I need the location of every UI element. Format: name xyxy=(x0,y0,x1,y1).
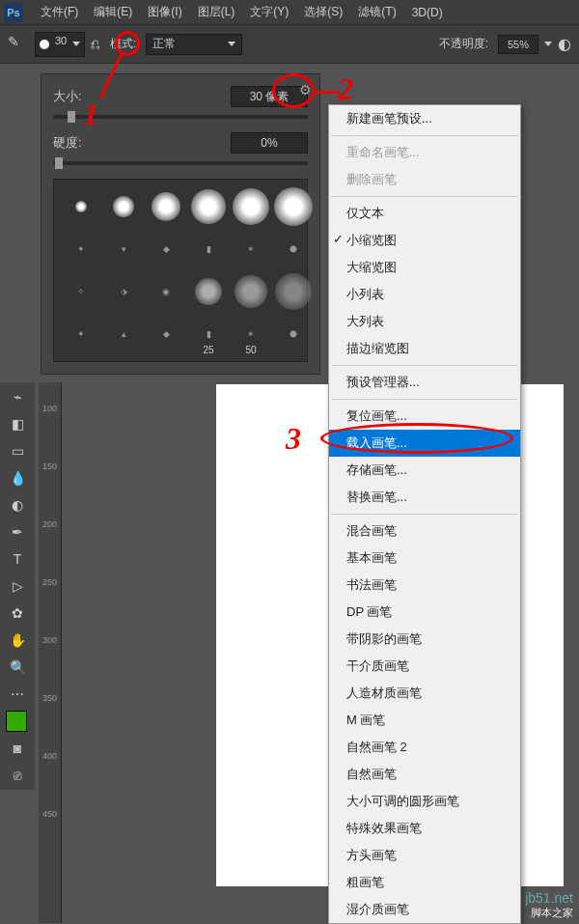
brush-size-value: 30 xyxy=(51,35,70,54)
menu-item[interactable]: 存储画笔... xyxy=(329,457,520,484)
brush-preset[interactable] xyxy=(232,272,270,311)
menu-item[interactable]: DP 画笔 xyxy=(329,599,520,626)
brush-preset[interactable]: ✦ xyxy=(62,315,100,353)
menu-item[interactable]: 自然画笔 xyxy=(329,761,520,788)
edit-toolbar-icon[interactable]: ⋯ xyxy=(3,682,32,707)
brush-preset[interactable]: ▮25 xyxy=(189,315,228,353)
brush-preset-panel: ⚙ 大小: 30 像素 硬度: 0% ✦ ▾ ◆ ▮ ✶ ⬣ ✧ ⬗ ◉ ✦ ▴… xyxy=(41,73,320,375)
menu-select[interactable]: 选择(S) xyxy=(296,0,350,24)
menu-item[interactable]: 复位画笔... xyxy=(329,403,520,430)
screen-mode-icon[interactable]: ⎚ xyxy=(3,763,32,788)
menu-type[interactable]: 文字(Y) xyxy=(242,0,296,24)
options-bar: ✎ 30 ⎌ 模式: 正常 不透明度: 55% ◐ xyxy=(0,25,579,64)
quick-mask-icon[interactable]: ◙ xyxy=(3,736,32,761)
watermark-text: 脚本之家 xyxy=(525,906,573,920)
opacity-value[interactable]: 55% xyxy=(498,35,538,54)
menu-item[interactable]: 大列表 xyxy=(329,308,520,335)
menu-separator xyxy=(331,135,518,136)
chevron-down-icon xyxy=(72,42,80,46)
menu-item[interactable]: 基本画笔 xyxy=(329,545,520,572)
brush-preset[interactable]: ⬣ xyxy=(274,230,313,268)
menu-item[interactable]: 小列表 xyxy=(329,281,520,308)
brush-preset[interactable]: ✶50 xyxy=(232,315,270,353)
menu-item[interactable]: 替换画笔... xyxy=(329,484,520,511)
pressure-opacity-icon[interactable]: ◐ xyxy=(558,35,571,53)
hand-tool-icon[interactable]: ✋ xyxy=(3,628,32,653)
brush-preset[interactable]: ◉ xyxy=(147,272,185,311)
menu-item[interactable]: 干介质画笔 xyxy=(329,653,520,680)
brush-preset[interactable] xyxy=(189,272,228,311)
brush-preset-picker[interactable]: 30 xyxy=(35,32,85,57)
brush-preset[interactable] xyxy=(147,187,185,226)
gear-icon[interactable]: ⚙ xyxy=(299,82,312,98)
ruler-tick: 400 xyxy=(39,749,61,761)
brush-preset[interactable] xyxy=(232,187,270,226)
shape-tool-icon[interactable]: ✿ xyxy=(3,601,32,626)
menu-file[interactable]: 文件(F) xyxy=(33,0,86,24)
brush-tool-icon[interactable]: ✎ xyxy=(8,34,29,55)
brush-preset[interactable]: ⬣ xyxy=(274,315,313,353)
menu-item[interactable]: 混合画笔 xyxy=(329,518,520,545)
brush-preset[interactable] xyxy=(104,187,143,226)
menu-image[interactable]: 图像(I) xyxy=(140,0,189,24)
chevron-down-icon[interactable] xyxy=(544,42,552,46)
gradient-tool-icon[interactable]: ▭ xyxy=(3,438,32,463)
brush-preset[interactable]: ▮ xyxy=(189,230,228,268)
brush-panel-icon[interactable]: ⎌ xyxy=(91,36,100,53)
menu-filter[interactable]: 滤镜(T) xyxy=(350,0,403,24)
brush-preset[interactable]: ⬗ xyxy=(104,272,143,311)
type-tool-icon[interactable]: T xyxy=(3,546,32,572)
menu-item[interactable]: 描边缩览图 xyxy=(329,335,520,362)
pen-tool-icon[interactable]: ✒ xyxy=(3,519,32,545)
menu-separator xyxy=(331,365,518,366)
menu-separator xyxy=(331,514,518,515)
brush-preset[interactable] xyxy=(274,272,313,311)
menu-item[interactable]: 自然画笔 2 xyxy=(329,734,520,761)
brush-preset[interactable]: ✦ xyxy=(62,230,100,268)
blend-mode-select[interactable]: 正常 xyxy=(146,34,242,55)
menu-item[interactable]: 粗画笔 xyxy=(329,869,520,896)
menu-item[interactable]: 新建画笔预设... xyxy=(329,105,520,132)
hardness-slider[interactable] xyxy=(53,161,308,165)
brush-preset[interactable] xyxy=(62,187,100,226)
menu-item[interactable]: 大小可调的圆形画笔 xyxy=(329,788,520,815)
menu-item[interactable]: M 画笔 xyxy=(329,707,520,734)
blur-tool-icon[interactable]: 💧 xyxy=(3,465,32,490)
menu-item[interactable]: 大缩览图 xyxy=(329,254,520,281)
ruler-tick: 100 xyxy=(39,402,61,413)
menu-item[interactable]: 方头画笔 xyxy=(329,842,520,869)
hardness-input[interactable]: 0% xyxy=(231,132,308,154)
menu-3d[interactable]: 3D(D) xyxy=(404,2,451,23)
brush-preset[interactable]: ◆ xyxy=(147,315,185,353)
brush-preset[interactable] xyxy=(189,187,228,226)
menu-layer[interactable]: 图层(L) xyxy=(190,0,243,24)
opacity-label: 不透明度: xyxy=(439,36,488,52)
menu-item[interactable]: 人造材质画笔 xyxy=(329,680,520,707)
menu-item[interactable]: 特殊效果画笔 xyxy=(329,815,520,842)
size-input[interactable]: 30 像素 xyxy=(231,86,308,107)
brush-preset[interactable]: ▴ xyxy=(104,315,143,353)
brush-preset[interactable] xyxy=(274,187,313,226)
dodge-tool-icon[interactable]: ◐ xyxy=(3,492,32,518)
blend-mode-value: 正常 xyxy=(152,36,176,52)
menu-item[interactable]: 带阴影的画笔 xyxy=(329,626,520,653)
brush-preset[interactable]: ▾ xyxy=(104,230,143,268)
lasso-tool-icon[interactable]: ⌁ xyxy=(3,384,32,409)
foreground-color-swatch[interactable] xyxy=(6,711,27,732)
menu-item[interactable]: 预设管理器... xyxy=(329,369,520,396)
size-slider[interactable] xyxy=(53,115,308,119)
menu-item[interactable]: 湿介质画笔 xyxy=(329,896,520,923)
menu-item[interactable]: 仅文本 xyxy=(329,200,520,227)
annotation-text-2: 2 xyxy=(338,71,353,107)
brush-preset[interactable]: ✶ xyxy=(232,230,270,268)
menu-item[interactable]: 小缩览图 xyxy=(329,227,520,254)
brush-preset[interactable]: ✧ xyxy=(62,272,100,311)
menu-item[interactable]: 书法画笔 xyxy=(329,572,520,599)
path-select-tool-icon[interactable]: ▷ xyxy=(3,574,32,599)
brush-preset[interactable]: ◆ xyxy=(147,230,185,268)
brush-flyout-menu: 新建画笔预设...重命名画笔...删除画笔仅文本小缩览图大缩览图小列表大列表描边… xyxy=(328,104,521,924)
eraser-tool-icon[interactable]: ◧ xyxy=(3,411,32,436)
menu-edit[interactable]: 编辑(E) xyxy=(86,0,140,24)
menu-item[interactable]: 载入画笔... xyxy=(329,430,520,457)
zoom-tool-icon[interactable]: 🔍 xyxy=(3,655,32,680)
